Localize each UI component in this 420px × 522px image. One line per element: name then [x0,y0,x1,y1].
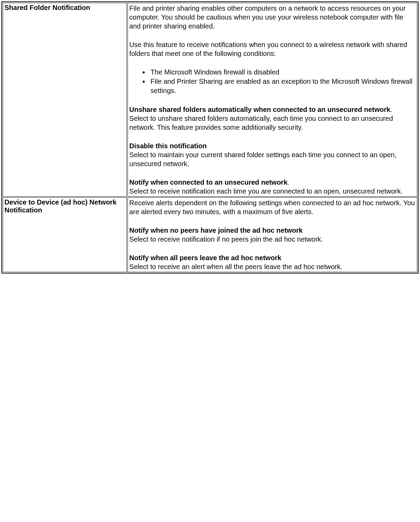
option-heading: Notify when all peers leave the ad hoc n… [129,254,281,262]
paragraph: Notify when connected to an unsecured ne… [129,178,416,196]
option-text: Select to receive an alert when all the … [129,263,342,270]
option-heading: Notify when connected to an unsecured ne… [129,178,287,186]
setting-description: File and printer sharing enables other c… [128,3,417,197]
paragraph: File and printer sharing enables other c… [129,4,416,31]
table-row: Shared Folder Notification File and prin… [3,3,417,197]
setting-label: Shared Folder Notification [3,3,127,197]
option-heading: Disable this notification [129,142,207,150]
setting-description: Receive alerts dependent on the followin… [128,197,417,272]
bullet-list: The Microsoft Windows firewall is disabl… [129,68,416,95]
paragraph: Notify when no peers have joined the ad … [129,226,416,244]
option-text: Select to maintain your current shared f… [129,151,396,167]
option-heading: Unshare shared folders automatically whe… [129,106,390,113]
setting-label: Device to Device (ad hoc) Network Notifi… [3,197,127,272]
paragraph: Notify when all peers leave the ad hoc n… [129,253,416,271]
punctuation: . [390,106,392,113]
paragraph: Receive alerts dependent on the followin… [129,198,416,216]
paragraph: Disable this notificationSelect to maint… [129,141,416,168]
option-heading: Notify when no peers have joined the ad … [129,227,303,234]
settings-table: Shared Folder Notification File and prin… [1,1,419,274]
punctuation: . [287,178,289,186]
option-text: Select to receive notification each time… [129,187,403,195]
paragraph: Use this feature to receive notification… [129,40,416,58]
option-text: Select to unshare shared folders automat… [129,115,393,131]
paragraph: Unshare shared folders automatically whe… [129,105,416,132]
option-text: Select to receive notification if no pee… [129,235,323,243]
table-row: Device to Device (ad hoc) Network Notifi… [3,197,417,272]
list-item: File and Printer Sharing are enabled as … [149,77,416,95]
list-item: The Microsoft Windows firewall is disabl… [149,68,416,77]
